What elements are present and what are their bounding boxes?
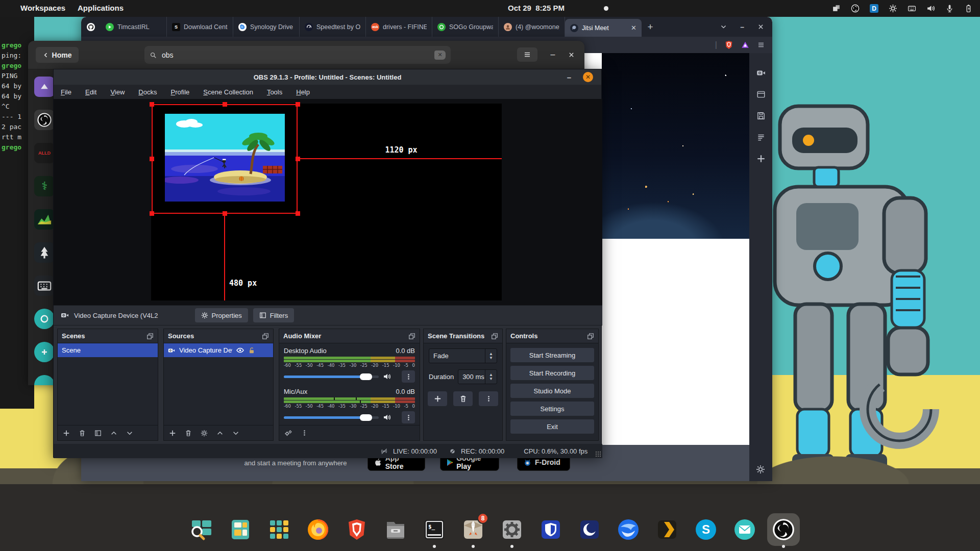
dock-crescent-app[interactable] (578, 518, 601, 541)
remove-transition-button[interactable] (453, 391, 473, 406)
tab-list-chevron-icon[interactable] (720, 23, 727, 30)
browser-close-button[interactable] (757, 23, 764, 30)
source-selection-rect[interactable] (152, 104, 298, 214)
dock-mail[interactable] (733, 518, 756, 541)
search-result-icon-tree[interactable] (34, 242, 55, 263)
menu-view[interactable]: View (110, 88, 125, 96)
resize-handle[interactable] (296, 211, 300, 216)
speaker-icon[interactable] (383, 413, 391, 421)
volume-icon[interactable] (926, 4, 935, 13)
sidebar-camera-icon[interactable] (749, 68, 772, 78)
tab-download-center[interactable]: S Download Center (167, 17, 233, 37)
resize-handle[interactable] (150, 102, 154, 107)
popout-icon[interactable] (587, 333, 594, 340)
menu-scene-collection[interactable]: Scene Collection (203, 88, 253, 96)
resize-handle[interactable] (223, 102, 227, 107)
popout-icon[interactable] (491, 333, 498, 340)
transition-select[interactable]: Fade ▲▼ (429, 348, 497, 363)
keyboard-icon[interactable] (908, 4, 916, 13)
move-up-icon[interactable] (110, 430, 117, 437)
add-transition-button[interactable] (428, 391, 447, 406)
obs-minimize-button[interactable]: – (564, 71, 575, 83)
speaker-icon[interactable] (383, 372, 391, 381)
duration-spinner[interactable]: 300 ms ▲▼ (458, 369, 497, 384)
obs-tray-icon[interactable] (851, 4, 860, 13)
applications-menu[interactable]: Applications (78, 4, 124, 12)
search-result-icon-teal[interactable] (34, 375, 55, 385)
popout-icon[interactable] (262, 333, 269, 340)
window-stack-icon[interactable] (832, 4, 841, 13)
software-menu-button[interactable] (517, 47, 537, 62)
battery-icon[interactable] (964, 4, 973, 13)
menu-profile[interactable]: Profile (170, 88, 189, 96)
start-recording-button[interactable]: Start Recording (510, 366, 594, 380)
sidebar-add-icon[interactable] (749, 154, 772, 163)
tab-jitsi-active[interactable]: Jitsi Meet ✕ (565, 19, 642, 37)
brave-shield-icon[interactable] (724, 40, 733, 49)
settings-gear-icon[interactable] (889, 4, 897, 13)
search-input[interactable] (161, 51, 418, 60)
menu-help[interactable]: Help (296, 88, 310, 96)
menu-edit[interactable]: Edit (85, 88, 96, 96)
sidebar-window-icon[interactable] (749, 90, 772, 99)
source-properties-icon[interactable] (201, 430, 208, 437)
start-streaming-button[interactable]: Start Streaming (510, 348, 594, 362)
search-result-icon-teal[interactable] (34, 309, 55, 329)
browser-minimize-button[interactable]: – (740, 23, 744, 31)
volume-slider[interactable] (284, 416, 379, 419)
scene-filters-icon[interactable] (94, 430, 102, 437)
dock-skype[interactable]: S (694, 518, 718, 541)
scene-list-item[interactable]: Scene (58, 343, 158, 357)
mixer-menu-icon[interactable] (301, 430, 308, 436)
settings-button[interactable]: Settings (510, 402, 594, 416)
search-result-icon[interactable] (34, 77, 55, 97)
properties-button[interactable]: Properties (195, 308, 248, 322)
dock-terminal[interactable]: $_ (423, 518, 446, 541)
home-button[interactable]: Home (36, 47, 79, 63)
dock-bitwarden[interactable] (539, 518, 562, 541)
search-result-icon-teal[interactable] (34, 342, 55, 362)
new-tab-button[interactable]: + (642, 21, 659, 33)
tab-speedtest[interactable]: Speedtest by Ookl (300, 17, 366, 37)
tab-synology-drive[interactable]: Synology Drive (233, 17, 300, 37)
sidebar-save-icon[interactable] (749, 111, 772, 120)
search-result-icon-chart[interactable] (34, 209, 55, 230)
remove-source-icon[interactable] (185, 430, 192, 437)
resize-handle[interactable] (150, 157, 154, 161)
volume-slider[interactable] (284, 375, 379, 378)
obs-close-button[interactable]: ✕ (583, 72, 593, 82)
dock-obs-studio[interactable] (772, 518, 795, 541)
workspaces-menu[interactable]: Workspaces (20, 4, 65, 12)
search-result-icon-pharmacy[interactable]: ⚕ (34, 176, 55, 196)
channel-menu-button[interactable] (402, 370, 415, 383)
dock-brave[interactable] (345, 518, 369, 541)
menu-docks[interactable]: Docks (138, 88, 157, 96)
dock-thunderbird[interactable] (617, 518, 640, 541)
browser-menu-icon[interactable] (757, 41, 765, 49)
popout-icon[interactable] (408, 333, 415, 340)
dock-settings[interactable] (500, 518, 524, 541)
microphone-icon[interactable] (945, 4, 954, 13)
exit-button[interactable]: Exit (510, 419, 594, 434)
resize-handle[interactable] (150, 211, 154, 216)
dock-file-manager[interactable] (384, 518, 407, 541)
dock-app-finder[interactable] (190, 518, 213, 541)
search-result-icon-keyboard[interactable] (34, 276, 55, 296)
search-field[interactable]: ✕ (144, 46, 451, 64)
move-up-icon[interactable] (216, 430, 224, 437)
obs-titlebar[interactable]: OBS 29.1.3 - Profile: Untitled - Scenes:… (54, 69, 601, 85)
advanced-audio-icon[interactable] (284, 429, 292, 437)
tab-close-icon[interactable]: ✕ (631, 24, 636, 32)
filters-button[interactable]: Filters (253, 308, 294, 322)
add-scene-icon[interactable] (63, 430, 70, 437)
software-close-button[interactable] (564, 47, 578, 62)
search-result-icon-alldata[interactable]: ALLD (34, 143, 55, 163)
tab-woomoney[interactable]: (4) @woomoney - (499, 17, 565, 37)
dock-plex[interactable] (655, 518, 679, 541)
remove-scene-icon[interactable] (79, 430, 86, 437)
channel-menu-button[interactable] (402, 411, 415, 423)
add-source-icon[interactable] (169, 430, 176, 437)
popout-icon[interactable] (146, 333, 154, 340)
source-list-item[interactable]: Video Capture Dev (164, 343, 273, 357)
tab-fifine[interactable]: ask drivers - FIFINE m (366, 17, 432, 37)
